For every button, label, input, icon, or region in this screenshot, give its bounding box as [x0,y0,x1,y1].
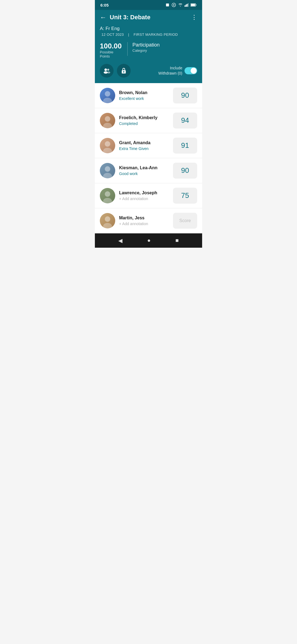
separator: | [128,32,129,37]
more-options-button[interactable]: ⋮ [191,14,197,21]
score-placeholder-martin-jess: Score [179,218,191,223]
svg-rect-6 [188,3,189,7]
avatar-brown-nolan [100,88,115,103]
notification-icon [165,3,170,7]
nav-home-button[interactable]: ● [147,237,150,244]
category-label: Category [133,48,160,53]
navigation-bar: ◀ ● ■ [95,233,202,248]
student-name-lawrence-joseph: Lawrence, Joseph [119,190,173,195]
header-meta: A: Fr Eng 12 OCT 2023 | FIRST MARKING PE… [100,26,197,37]
status-bar: 6:05 [95,0,202,10]
avatar-lawrence-joseph [100,188,115,203]
score-value-brown-nolan: 90 [181,91,189,100]
possible-points-value: 100.00 [100,42,122,50]
student-info-froelich-kimberly: Froelich, KimberlyCompleted [119,115,173,126]
svg-point-25 [105,191,110,197]
svg-point-13 [107,71,110,73]
svg-rect-8 [191,4,195,6]
possible-points-block: 100.00 Possible Points [100,42,122,58]
score-box-brown-nolan[interactable]: 90 [173,88,197,103]
vertical-divider [127,42,128,56]
svg-point-12 [107,69,109,70]
student-list: Brown, NolanExcellent work90 Froelich, K… [95,83,202,233]
svg-point-28 [103,223,112,228]
circle-icon [171,2,176,7]
svg-point-26 [103,198,112,203]
score-box-kiesman-leaann[interactable]: 90 [173,163,197,179]
svg-rect-5 [187,4,188,7]
avatar-grant-amanda [100,138,115,153]
student-info-martin-jess: Martin, Jess+ Add annotation [119,215,173,226]
student-row-martin-jess[interactable]: Martin, Jess+ Add annotationScore [95,208,202,233]
page-title: Unit 3: Debate [110,14,191,21]
toggle-thumb [191,68,197,74]
svg-rect-3 [185,6,185,7]
score-box-grant-amanda[interactable]: 91 [173,138,197,154]
wifi-icon [178,3,183,7]
nav-recents-button[interactable]: ■ [175,237,179,244]
withdrawn-toggle[interactable] [185,67,197,74]
student-info-grant-amanda: Grant, AmandaExtra Time Given [119,140,173,151]
score-value-froelich-kimberly: 94 [181,116,189,125]
possible-points-label2: Points [100,54,122,58]
withdrawn-toggle-group: Include Withdrawn (0) [158,66,197,75]
score-box-martin-jess[interactable]: Score [173,213,197,229]
score-value-lawrence-joseph: 75 [181,191,189,200]
student-name-froelich-kimberly: Froelich, Kimberly [119,115,173,120]
score-value-kiesman-leaann: 90 [181,166,189,175]
svg-point-27 [105,216,110,222]
category-name: Participation [133,42,160,48]
lock-icon-button[interactable] [117,64,131,78]
student-info-brown-nolan: Brown, NolanExcellent work [119,90,173,101]
score-value-grant-amanda: 91 [181,141,189,150]
students-group-icon [103,68,110,74]
avatar-kiesman-leaann [100,163,115,178]
student-row-kiesman-leaann[interactable]: Kiesman, Lea-AnnGood work90 [95,158,202,183]
student-name-martin-jess: Martin, Jess [119,215,173,220]
student-name-grant-amanda: Grant, Amanda [119,140,173,145]
assignment-date-period: 12 OCT 2023 | FIRST MARKING PERIOD [100,32,197,37]
avatar-martin-jess [100,213,115,228]
svg-rect-9 [196,4,197,6]
signal-icon [185,3,189,7]
svg-point-21 [105,141,110,147]
svg-point-22 [103,148,112,153]
class-name: A: Fr Eng [100,26,197,31]
svg-point-24 [103,173,112,178]
svg-point-20 [103,123,112,128]
student-name-kiesman-leaann: Kiesman, Lea-Ann [119,165,173,170]
student-annotation-martin-jess[interactable]: + Add annotation [119,222,173,226]
student-row-grant-amanda[interactable]: Grant, AmandaExtra Time Given91 [95,133,202,158]
student-name-brown-nolan: Brown, Nolan [119,90,173,95]
points-row: 100.00 Possible Points Participation Cat… [100,42,197,58]
student-annotation-lawrence-joseph[interactable]: + Add annotation [119,197,173,201]
student-row-brown-nolan[interactable]: Brown, NolanExcellent work90 [95,83,202,108]
assignment-date: 12 OCT 2023 [101,32,124,37]
status-time: 6:05 [100,3,109,7]
lock-icon [121,67,127,74]
status-icons [165,2,197,7]
avatar-froelich-kimberly [100,113,115,128]
student-row-lawrence-joseph[interactable]: Lawrence, Joseph+ Add annotation75 [95,183,202,208]
student-info-kiesman-leaann: Kiesman, Lea-AnnGood work [119,165,173,176]
battery-icon [191,3,197,7]
header-actions: Include Withdrawn (0) [100,64,197,78]
student-annotation-kiesman-leaann: Good work [119,171,173,176]
nav-back-button[interactable]: ◀ [118,237,122,244]
score-box-lawrence-joseph[interactable]: 75 [173,188,197,204]
student-annotation-froelich-kimberly: Completed [119,121,173,126]
withdrawn-label: Include Withdrawn (0) [158,66,182,75]
svg-point-19 [105,116,110,122]
svg-point-23 [105,166,110,172]
back-button[interactable]: ← [100,14,106,21]
svg-point-10 [105,68,107,71]
svg-point-17 [105,91,110,97]
group-icon-button[interactable] [100,64,114,78]
score-box-froelich-kimberly[interactable]: 94 [173,113,197,129]
student-row-froelich-kimberly[interactable]: Froelich, KimberlyCompleted94 [95,108,202,133]
student-annotation-brown-nolan: Excellent work [119,96,173,101]
header-top: ← Unit 3: Debate ⋮ [100,14,197,21]
student-info-lawrence-joseph: Lawrence, Joseph+ Add annotation [119,190,173,201]
svg-rect-4 [186,4,186,7]
action-icons-group [100,64,131,78]
